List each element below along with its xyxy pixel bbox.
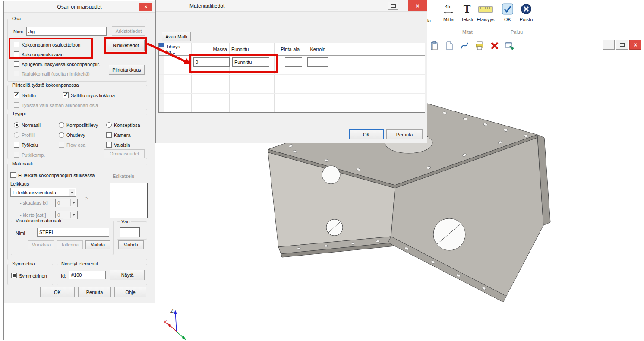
peruuta-button[interactable]: Peruuta bbox=[78, 287, 111, 297]
minimize-button[interactable]: ─ bbox=[376, 3, 385, 9]
avaa-malli-button[interactable]: Avaa Malli bbox=[162, 32, 191, 41]
delete-icon[interactable] bbox=[489, 40, 500, 51]
close-button[interactable]: × bbox=[139, 3, 152, 11]
checkbox-ei-leikata[interactable]: Ei leikata kokoonpanopiirustuksessa bbox=[10, 172, 95, 178]
radio-ohutlevy[interactable]: Ohutlevy bbox=[59, 132, 85, 138]
vaihda-color-button[interactable]: Vaihda bbox=[118, 240, 144, 249]
checkbox-tyokalu[interactable]: Työkalu bbox=[14, 142, 38, 148]
curve-icon[interactable] bbox=[459, 40, 470, 51]
mitta-button[interactable]: 45 Mitta bbox=[440, 1, 457, 28]
checkbox-label: Putkikomp. bbox=[22, 152, 45, 158]
paste-icon[interactable] bbox=[429, 40, 440, 51]
group-label: Väri bbox=[120, 219, 131, 224]
dialog-title: Materiaalitiedot bbox=[156, 3, 427, 9]
checkbox-box bbox=[59, 142, 64, 148]
close-button[interactable]: × bbox=[408, 0, 427, 11]
piirtotarkkuus-button[interactable]: Piirtotarkkuus bbox=[109, 65, 145, 75]
radio-circle bbox=[59, 122, 64, 128]
radio-normaali[interactable]: Normaali bbox=[14, 122, 41, 128]
document-icon[interactable] bbox=[444, 40, 455, 51]
ribbon-group-paluu: Paluu bbox=[499, 29, 534, 35]
radio-profiili[interactable]: Profiili bbox=[14, 132, 35, 138]
radio-label: Konseptiosa bbox=[114, 123, 140, 128]
vaihda-material-button[interactable]: Vaihda bbox=[85, 240, 110, 249]
checkbox-box bbox=[106, 132, 112, 138]
print-icon[interactable] bbox=[474, 40, 485, 51]
checkbox-kokoonpanon-osaluetteloon[interactable]: Kokoonpanon osaluetteloon bbox=[14, 42, 80, 47]
visu-material-input[interactable]: STEEL bbox=[37, 228, 109, 237]
radio-label: Ohutlevy bbox=[66, 133, 85, 138]
leikkaus-combobox[interactable]: Ei leikkausviivoitusta bbox=[10, 188, 76, 197]
checkbox-box bbox=[14, 102, 19, 108]
hatch-preview-box bbox=[110, 183, 148, 218]
massa-combobox[interactable]: 0 bbox=[193, 57, 230, 67]
pinta-ala-combobox[interactable] bbox=[285, 57, 302, 67]
maximize-button[interactable] bbox=[616, 40, 628, 50]
export-view-icon[interactable] bbox=[504, 40, 515, 51]
checkbox-apugeom[interactable]: Apugeom. näkyvissä kokoonpanopiir. bbox=[14, 61, 100, 67]
checkbox-valaisin[interactable]: Valaisin bbox=[106, 142, 130, 148]
combo-value: Punnittu bbox=[234, 60, 252, 65]
checkbox-tyosta-vain[interactable]: Työstää vain saman alikoonnan osia bbox=[14, 102, 98, 108]
ok-button[interactable]: OK bbox=[40, 287, 75, 297]
ominaisuudet-button[interactable]: Ominaisuudet bbox=[104, 149, 145, 158]
tallenna-button[interactable]: Tallenna bbox=[57, 240, 83, 249]
minimize-button[interactable]: ─ bbox=[603, 40, 615, 50]
ok-button-ribbon[interactable]: OK bbox=[499, 1, 516, 28]
chevron-down-icon bbox=[69, 189, 75, 196]
ok-button[interactable]: OK bbox=[349, 129, 384, 139]
group-label: Symmetria bbox=[11, 261, 36, 266]
group-label: Nimetyt elementit bbox=[60, 261, 99, 266]
close-button[interactable]: × bbox=[629, 40, 641, 50]
checkbox-box bbox=[14, 71, 19, 76]
name-input[interactable]: Jig bbox=[26, 27, 107, 36]
checkbox-box bbox=[14, 92, 19, 98]
part-properties-dialog: Osan ominaisuudet × Osa Nimi Jig Arkisto… bbox=[3, 1, 155, 340]
poistu-button[interactable]: Poistu bbox=[517, 1, 536, 28]
checkbox-taulukkomalli[interactable]: Taulukkomalli (useita nimikkeitä) bbox=[14, 71, 90, 76]
ohje-button[interactable]: Ohje bbox=[114, 287, 146, 297]
checkbox-kokoonpanokuvaan[interactable]: Kokoonpanokuvaan bbox=[14, 51, 63, 57]
ruler-icon bbox=[478, 1, 493, 17]
radio-konseptiosa[interactable]: Konseptiosa bbox=[106, 122, 140, 128]
checkbox-flow-osa[interactable]: Flow osa bbox=[59, 142, 85, 148]
kerroin-combobox[interactable] bbox=[307, 57, 328, 67]
peruuta-button[interactable]: Peruuta bbox=[386, 129, 423, 139]
radio-komposiittilevy[interactable]: Komposiittilevy bbox=[59, 122, 98, 128]
dialog-titlebar[interactable]: Osan ominaisuudet × bbox=[4, 1, 155, 13]
checkbox-box bbox=[63, 92, 69, 98]
row-selector-column[interactable] bbox=[159, 43, 164, 112]
muokkaa-button[interactable]: Muokkaa bbox=[28, 240, 54, 249]
skaalaus-combobox[interactable]: 0 bbox=[55, 199, 78, 207]
teksti-button[interactable]: T Teksti bbox=[459, 1, 475, 28]
checkbox-symmetrinen[interactable]: Symmetrinen bbox=[11, 273, 47, 278]
nayta-button[interactable]: Näytä bbox=[110, 270, 145, 280]
selected-row-indicator bbox=[159, 43, 164, 47]
nimiketiedot-button[interactable]: Nimiketiedot bbox=[107, 40, 145, 51]
id-input[interactable]: #100 bbox=[69, 271, 106, 279]
radio-circle bbox=[106, 122, 112, 128]
checkbox-box bbox=[14, 51, 19, 57]
material-table[interactable]: Tiheys kg... Massa Punnittu Pinta-ala Ke… bbox=[158, 43, 425, 113]
checkbox-label: Työkalu bbox=[22, 142, 38, 148]
svg-text:45: 45 bbox=[445, 4, 450, 9]
checkbox-label: Symmetrinen bbox=[19, 273, 47, 278]
checkbox-sallittu-linkkina[interactable]: Sallittu myös linkkinä bbox=[63, 92, 115, 98]
checkbox-sallittu[interactable]: Sallittu bbox=[14, 92, 36, 98]
z-axis-label: Z bbox=[170, 308, 174, 313]
radio-label: Komposiittilevy bbox=[66, 123, 98, 128]
color-swatch[interactable] bbox=[120, 227, 140, 237]
punnittu-combobox[interactable]: Punnittu bbox=[232, 57, 269, 67]
arkistotiedot-button[interactable]: Arkistotiedot bbox=[112, 26, 145, 36]
column-header-punnittu: Punnittu bbox=[229, 43, 274, 55]
poistu-label: Poistu bbox=[520, 17, 533, 22]
checkbox-putkikomp[interactable]: Putkikomp. bbox=[14, 152, 45, 158]
etaisyys-button[interactable]: Etäisyys bbox=[475, 1, 496, 28]
ok-check-icon bbox=[502, 1, 513, 17]
maximize-button[interactable] bbox=[388, 2, 398, 10]
row-divider bbox=[159, 84, 425, 84]
material-details-dialog: Materiaalitiedot ─ × Avaa Malli Tiheys k… bbox=[155, 0, 427, 143]
leikkaus-label: Leikkaus bbox=[10, 181, 29, 187]
checkbox-kamera[interactable]: Kamera bbox=[106, 132, 131, 138]
dialog-titlebar[interactable]: Materiaalitiedot ─ × bbox=[156, 0, 427, 12]
